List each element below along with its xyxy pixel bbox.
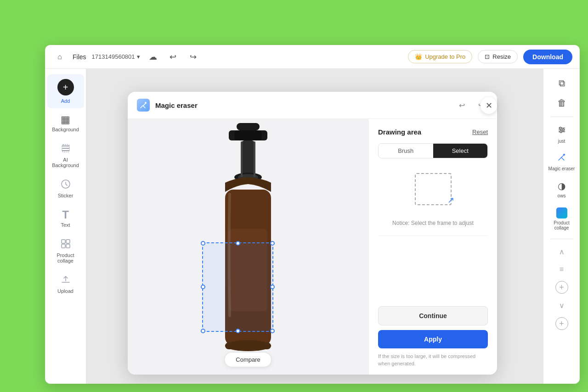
select-button[interactable]: Select xyxy=(433,144,488,158)
chevron-up-icon: ∧ xyxy=(559,247,565,256)
resize-button[interactable]: ⊡ Resize xyxy=(478,50,518,63)
svg-rect-8 xyxy=(242,140,254,177)
svg-point-23 xyxy=(560,131,562,133)
magic-eraser-sidebar-label: Magic eraser xyxy=(548,166,575,171)
left-sidebar: + Add ▦ Background AI Background xyxy=(45,69,86,384)
magic-eraser-modal-icon xyxy=(137,99,150,112)
sidebar-item-product-collage[interactable]: Product collage xyxy=(47,234,84,268)
sidebar-item-upload[interactable]: Upload xyxy=(47,270,84,298)
right-sidebar-chevron-up[interactable]: ∧ xyxy=(545,244,578,260)
sidebar-item-ai-background[interactable]: AI Background xyxy=(47,139,84,173)
apply-button[interactable]: Apply xyxy=(378,330,488,348)
right-sidebar-shadows[interactable]: ◑ ows xyxy=(545,177,578,202)
sidebar-sticker-label: Sticker xyxy=(58,193,74,198)
right-sidebar-delete[interactable]: 🗑 xyxy=(545,94,578,112)
right-sidebar-settings[interactable]: ≡ xyxy=(545,262,578,277)
sidebar-item-sticker[interactable]: Sticker xyxy=(47,174,84,203)
svg-rect-6 xyxy=(237,123,260,130)
svg-rect-11 xyxy=(234,130,262,140)
modal-dialog: Magic eraser ↩ ↪ xyxy=(128,92,497,375)
files-label[interactable]: Files xyxy=(73,53,86,61)
cloud-button[interactable]: ☁ xyxy=(146,50,160,64)
svg-point-22 xyxy=(562,129,564,131)
product-collage-icon xyxy=(61,239,71,251)
upgrade-label: Upgrade to Pro xyxy=(425,53,465,60)
svg-rect-1 xyxy=(62,240,65,243)
text-icon: T xyxy=(62,209,69,220)
modal-title: Magic eraser xyxy=(155,101,198,109)
right-sidebar-plus-bottom[interactable]: + xyxy=(555,317,568,330)
sticker-icon xyxy=(61,179,71,191)
preview-box: ↗ xyxy=(415,173,452,205)
svg-rect-17 xyxy=(254,141,255,177)
continue-button[interactable]: Continue xyxy=(378,306,488,325)
brush-select-toggle: Brush Select xyxy=(378,143,488,158)
ai-background-icon xyxy=(61,143,71,155)
upgrade-button[interactable]: 👑 Upgrade to Pro xyxy=(408,50,472,63)
svg-rect-14 xyxy=(225,342,271,349)
panel-header: Drawing area Reset xyxy=(378,128,488,136)
sidebar-add-label: Add xyxy=(61,98,70,104)
svg-rect-15 xyxy=(229,229,267,311)
close-icon: ✕ xyxy=(486,101,492,111)
right-sidebar-magic-eraser[interactable]: Magic eraser xyxy=(545,149,578,175)
resize-icon: ⊡ xyxy=(485,53,490,60)
modal-topbar: Magic eraser ↩ ↪ xyxy=(128,92,497,119)
sidebar-ai-background-label: AI Background xyxy=(51,157,80,168)
panel-title: Drawing area xyxy=(378,128,421,136)
shadows-label: ows xyxy=(558,193,566,198)
sidebar-upload-label: Upload xyxy=(57,288,74,294)
sidebar-item-add[interactable]: + Add xyxy=(47,74,84,108)
svg-rect-16 xyxy=(241,141,243,177)
right-sidebar-copy[interactable]: ⧉ xyxy=(545,74,578,92)
modal-body: Compare Drawing area Reset Brush Select xyxy=(128,119,497,375)
home-icon: ⌂ xyxy=(57,53,62,61)
adjust-label: just xyxy=(558,139,565,144)
redo-button[interactable]: ↪ xyxy=(186,50,201,64)
upload-icon xyxy=(61,274,71,286)
sidebar-item-text[interactable]: T Text xyxy=(47,205,84,232)
notice-text: Notice: Select the frame to adjust xyxy=(378,220,488,226)
resize-label: Resize xyxy=(492,53,511,60)
right-sidebar-divider xyxy=(550,117,573,117)
close-button[interactable]: ✕ xyxy=(481,97,497,114)
modal-right-panel: Drawing area Reset Brush Select ↗ xyxy=(368,119,497,375)
brush-button[interactable]: Brush xyxy=(379,144,433,158)
filename-display[interactable]: 1713149560801 ▾ xyxy=(92,53,140,60)
preview-arrow-icon: ↗ xyxy=(447,195,454,205)
product-image xyxy=(179,119,317,375)
product-collage-right-label: Product collage xyxy=(547,220,577,230)
svg-point-5 xyxy=(145,102,147,104)
copy-icon: ⧉ xyxy=(559,78,565,89)
compress-notice: If the size is too large, it will be com… xyxy=(378,353,488,367)
shadows-icon: ◑ xyxy=(558,180,565,191)
undo-button[interactable]: ↩ xyxy=(166,50,181,64)
right-sidebar-divider2 xyxy=(550,239,573,239)
svg-rect-4 xyxy=(66,244,70,248)
right-sidebar-product-collage[interactable]: Product collage xyxy=(545,204,578,234)
right-sidebar-chevron-down[interactable]: ∨ xyxy=(545,297,578,314)
right-sidebar: ⧉ 🗑 just xyxy=(543,69,580,384)
compare-button[interactable]: Compare xyxy=(224,352,271,367)
adjust-icon xyxy=(557,125,566,137)
filename-text: 1713149560801 xyxy=(92,53,135,60)
right-sidebar-plus-top[interactable]: + xyxy=(555,281,568,294)
settings-icon: ≡ xyxy=(560,265,564,274)
top-bar: ⌂ Files 1713149560801 ▾ ☁ ↩ ↪ 👑 Upgrade … xyxy=(45,45,580,69)
svg-point-21 xyxy=(560,127,561,129)
background-icon: ▦ xyxy=(61,115,70,125)
svg-rect-3 xyxy=(62,244,65,248)
app-window: ⌂ Files 1713149560801 ▾ ☁ ↩ ↪ 👑 Upgrade … xyxy=(45,45,580,384)
modal-canvas[interactable]: Compare xyxy=(128,119,368,375)
right-sidebar-adjust[interactable]: just xyxy=(545,122,578,147)
modal-undo-button[interactable]: ↩ xyxy=(455,98,469,112)
panel-divider xyxy=(378,235,488,236)
sidebar-item-background[interactable]: ▦ Background xyxy=(47,110,84,137)
sidebar-background-label: Background xyxy=(52,127,79,132)
svg-point-24 xyxy=(563,154,565,156)
download-button[interactable]: Download xyxy=(523,50,572,64)
upgrade-icon: 👑 xyxy=(415,53,422,60)
home-button[interactable]: ⌂ xyxy=(52,50,67,64)
reset-button[interactable]: Reset xyxy=(472,129,488,135)
svg-rect-2 xyxy=(66,240,70,243)
